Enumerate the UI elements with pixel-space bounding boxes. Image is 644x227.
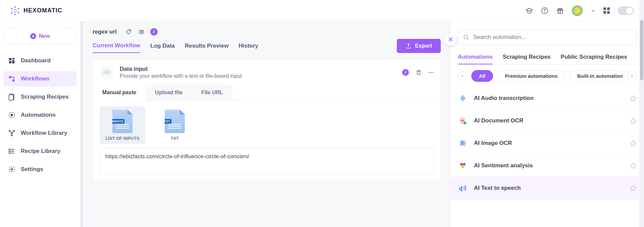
sidebar-item-recipe-library[interactable]: Recipe Library [3,144,77,159]
subtab-file-url[interactable]: File URL [192,85,232,101]
svg-point-9 [16,10,17,11]
logo[interactable]: HEXOMATIC [10,6,62,16]
gear-icon [8,166,15,173]
theme-toggle[interactable] [618,6,634,15]
sidebar-item-settings[interactable]: Settings [3,162,77,177]
workflow-title: regex url [93,29,117,35]
svg-point-34 [142,30,143,32]
svg-rect-14 [9,58,11,60]
card-subtitle: Provide your workflow with a text or fil… [120,73,242,79]
chevron-down-icon[interactable] [591,8,595,13]
help-icon[interactable] [541,7,548,14]
close-icon[interactable]: ✕ [444,34,457,46]
svg-point-3 [18,8,19,9]
sidebar-item-workflow-library[interactable]: Workflow Library [3,125,77,141]
sidebar-item-automations[interactable]: Automations [3,107,77,123]
export-button[interactable]: Export [397,39,441,53]
tab-results-preview[interactable]: Results Preview [185,43,228,53]
svg-point-2 [11,8,12,9]
file-icon: TXT [165,110,185,133]
export-label: Export [415,43,432,49]
chip-prev-icon[interactable] [458,71,467,81]
search-input-wrap [458,30,637,45]
svg-point-31 [11,168,13,170]
svg-point-7 [14,11,15,12]
sidebar: + New Dashboard Workflows Scraping Recip… [0,21,80,227]
svg-point-25 [13,130,15,132]
scrollbar-thumb[interactable] [640,20,643,80]
subtab-manual-paste[interactable]: Manual paste [93,85,146,101]
automations-panel: ✕ Automations Scraping Recipes Public Sc… [450,21,644,227]
tag-icon[interactable] [125,28,132,36]
chip-all[interactable]: All [471,70,493,82]
recipe-library-icon [8,148,15,155]
sentiment-icon [458,161,468,171]
star-icon[interactable] [630,185,637,191]
new-label: New [39,33,50,39]
svg-point-36 [464,35,468,39]
info-icon[interactable]: i [150,28,158,36]
rtab-automations[interactable]: Automations [458,50,493,64]
brand-name: HEXOMATIC [23,7,62,14]
collapse-icon[interactable] [428,72,434,73]
svg-point-5 [18,12,19,13]
plus-icon: + [30,33,36,39]
automation-list: AI Audio transcription PDF AI Document O… [450,87,644,200]
subtab-upload-file[interactable]: Upload file [146,85,192,101]
card-title: Data input [120,66,242,72]
audio-icon [458,93,468,103]
automation-item[interactable]: AI Sentiment analysis [458,155,637,177]
avatar[interactable] [572,5,583,16]
sidebar-scrollbar[interactable] [80,21,83,227]
chip-builtin[interactable]: Built-in automations [570,70,623,82]
star-icon[interactable] [630,117,637,124]
svg-point-46 [462,166,464,168]
academy-icon[interactable] [526,7,533,14]
input-type-list[interactable]: INPUTS LIST OF INPUTS [100,106,145,144]
sidebar-item-workflows[interactable]: Workflows [3,71,77,87]
sidebar-item-dashboard[interactable]: Dashboard [3,53,77,68]
trash-icon[interactable] [415,69,422,76]
rtab-scraping-recipes[interactable]: Scraping Recipes [503,50,551,64]
star-icon[interactable] [630,140,637,147]
topbar-right [526,5,634,16]
sidebar-item-label: Recipe Library [21,148,60,155]
topbar: HEXOMATIC [0,0,644,21]
svg-point-23 [11,114,13,116]
share-icon[interactable] [138,28,145,36]
star-icon[interactable] [630,162,637,169]
search-input[interactable] [473,34,632,41]
tab-current-workflow[interactable]: Current Workflow [93,42,140,53]
input-types: INPUTS LIST OF INPUTS TXT TXT [93,101,440,148]
automation-item[interactable]: PDF AI Document OCR [458,110,637,132]
tab-log-data[interactable]: Log Data [150,43,175,53]
svg-point-0 [14,6,16,7]
star-icon[interactable] [630,95,637,102]
svg-point-39 [464,122,466,124]
rtab-public-scraping-recipes[interactable]: Public Scraping Recipes [561,50,627,64]
tab-history[interactable]: History [238,43,258,53]
automation-item[interactable]: AI Text to speech [450,177,644,200]
filter-chips: All Premium automations Built-in automat… [450,65,644,87]
svg-point-26 [11,135,12,136]
apps-grid-icon[interactable] [603,7,610,14]
card-info-icon[interactable]: i [402,69,409,76]
svg-rect-43 [461,144,464,145]
sidebar-item-scraping-recipes[interactable]: Scraping Recipes [3,89,77,105]
new-button[interactable]: + New [3,28,77,44]
url-input[interactable]: https://ebizfacts.com/circle-of-influenc… [100,148,434,174]
file-icon: INPUTS [112,110,132,133]
svg-rect-21 [9,95,13,101]
chip-next-icon[interactable] [627,71,637,81]
svg-point-6 [14,9,15,10]
automation-item[interactable]: AI Image OCR [458,132,637,155]
right-scrollbar[interactable] [639,0,644,227]
gift-icon[interactable] [556,7,564,14]
panel-tabs: Automations Scraping Recipes Public Scra… [450,50,644,65]
input-type-txt[interactable]: TXT TXT [152,106,198,144]
workflow-tabs: Current Workflow Log Data Results Previe… [93,42,258,53]
document-icon: PDF [458,116,468,126]
automation-item[interactable]: AI Audio transcription [458,87,637,110]
chip-premium[interactable]: Premium automations [497,70,566,82]
svg-point-27 [11,132,12,134]
